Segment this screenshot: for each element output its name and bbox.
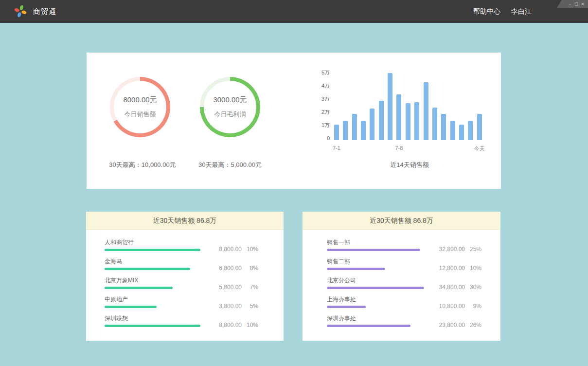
rank-row-value: 10,800.00 — [426, 303, 465, 310]
rank-row-label: 销售一部 — [327, 239, 420, 246]
rank-row-label: 北京分公司 — [327, 277, 424, 284]
rank-row-label: 深圳联想 — [105, 315, 200, 322]
help-center-link[interactable]: 帮助中心 — [473, 0, 500, 23]
chart-bar — [352, 114, 357, 140]
rank-card-body: 销售一部32,800.0025%销售二部12,800.0010%北京分公司34,… — [303, 230, 500, 330]
rank-row-values: 3,800.005% — [203, 303, 258, 310]
rank-row-main: 人和商贸行 — [105, 239, 200, 251]
rank-row-percent: 30% — [465, 284, 481, 291]
rank-row: 人和商贸行8,800.0010% — [86, 236, 284, 255]
chart-bar — [379, 101, 384, 140]
rank-card-customers: 近30天销售额 86.8万 人和商贸行8,800.0010%金海马6,800.0… — [86, 212, 284, 341]
rank-row-bar — [105, 287, 173, 289]
chart-caption: 近14天销售额 — [334, 161, 485, 169]
x-axis-label: 7-8 — [389, 145, 409, 151]
app-window: { "window": { "minimize_glyph": "—", "ma… — [0, 0, 588, 366]
today-sales-label: 今日销售额 — [125, 110, 156, 119]
rank-row: 销售一部32,800.0025% — [303, 236, 500, 255]
today-profit-value: 3000.00元 — [213, 95, 247, 105]
rank-row-bar — [327, 287, 424, 289]
rank-row-value: 3,800.00 — [203, 303, 242, 310]
rank-row-value: 23,800.00 — [426, 322, 465, 329]
rank-row-bar — [327, 268, 385, 270]
chart-bar — [406, 103, 410, 140]
logo-petal — [21, 10, 27, 15]
sales-bar-chart: 01万2万3万4万5万 7-17-8今天 近14天销售额 — [310, 53, 495, 189]
rank-row-percent: 10% — [242, 322, 258, 329]
rank-row-main: 上海办事处 — [327, 296, 366, 308]
rank-row: 上海办事处10,800.009% — [303, 293, 500, 311]
y-axis-tick: 1万 — [310, 122, 330, 128]
x-axis-label: 今天 — [470, 145, 489, 152]
today-sales-value: 8000.00元 — [123, 95, 157, 105]
chart-bar — [343, 121, 348, 141]
rank-row-label: 金海马 — [105, 258, 190, 265]
rank-card-header: 近30天销售额 86.8万 — [86, 212, 284, 230]
minimize-button[interactable]: — — [569, 1, 571, 6]
rank-row-bar — [105, 268, 190, 270]
rank-row: 北京万象MIX5,800.007% — [86, 274, 284, 293]
chart-bar — [450, 121, 455, 141]
donut-hole: 3000.00元 今日毛利润 — [204, 81, 256, 133]
rank-row-bar — [327, 325, 410, 327]
rank-row-label: 深圳办事处 — [327, 315, 410, 322]
donut-today-sales: 8000.00元 今日销售额 — [110, 77, 170, 137]
chart-bar — [414, 102, 419, 140]
rank-row-values: 34,800.0030% — [426, 284, 481, 291]
app-logo-icon — [14, 4, 27, 18]
rank-row-percent: 10% — [465, 265, 481, 272]
chart-bar — [424, 82, 428, 140]
rank-row: 深圳联想8,800.0010% — [86, 311, 284, 330]
rank-row-value: 5,800.00 — [203, 284, 242, 291]
logo-petal — [14, 8, 20, 13]
rank-row: 销售二部12,800.0010% — [303, 255, 500, 274]
rank-row-values: 23,800.0026% — [426, 322, 481, 329]
maximize-button[interactable]: □ — [575, 1, 578, 6]
rank-row-bar — [327, 249, 420, 251]
rank-row-value: 6,800.00 — [203, 265, 242, 272]
chart-bar — [361, 121, 366, 141]
rank-row-percent: 9% — [465, 303, 481, 310]
rank-row-percent: 10% — [242, 246, 258, 253]
rank-row-label: 中原地产 — [105, 296, 157, 303]
rank-row-main: 北京万象MIX — [105, 277, 173, 289]
rank-row-values: 8,800.0010% — [203, 246, 258, 253]
chart-bar — [370, 109, 374, 140]
rank-row-bar — [105, 325, 200, 327]
chart-bar — [334, 125, 339, 140]
rank-row-percent: 25% — [465, 246, 481, 253]
rank-row-values: 8,800.0010% — [203, 322, 258, 329]
donut-hole: 8000.00元 今日销售额 — [114, 81, 166, 133]
rank-row: 金海马6,800.008% — [86, 255, 284, 274]
rank-card-body: 人和商贸行8,800.0010%金海马6,800.008%北京万象MIX5,80… — [86, 230, 284, 330]
rank-row-main: 深圳联想 — [105, 315, 200, 327]
close-button[interactable]: ✕ — [581, 1, 584, 6]
rank-row-percent: 26% — [465, 322, 481, 329]
rank-row-main: 北京分公司 — [327, 277, 424, 289]
chart-bar — [459, 125, 464, 140]
rank-row-value: 12,800.00 — [426, 265, 465, 272]
rank-row-values: 10,800.009% — [426, 303, 481, 310]
y-axis-tick: 5万 — [310, 69, 330, 76]
chart-bar — [388, 73, 392, 140]
sales-30day-max-caption: 30天最高：10,000.00元 — [96, 161, 189, 169]
rank-row-percent: 5% — [242, 303, 258, 310]
rank-row-main: 中原地产 — [105, 296, 157, 308]
y-axis-tick: 2万 — [310, 109, 330, 115]
profit-30day-max-caption: 30天最高：5,000.00元 — [184, 161, 276, 169]
rank-row-bar — [327, 306, 366, 308]
username-link[interactable]: 李白江 — [511, 0, 532, 23]
rank-row-values: 6,800.008% — [203, 265, 258, 272]
y-axis-tick: 3万 — [310, 95, 330, 102]
rank-row: 中原地产3,800.005% — [86, 293, 284, 311]
logo-petal — [19, 5, 24, 11]
chart-bars — [334, 53, 485, 140]
rank-row-main: 销售一部 — [327, 239, 420, 251]
x-axis-label: 7-1 — [327, 145, 346, 151]
chart-bar — [441, 114, 446, 140]
chart-bar — [468, 121, 473, 141]
chart-bar — [396, 94, 401, 141]
rank-row-label: 上海办事处 — [327, 296, 366, 303]
rank-card-departments: 近30天销售额 86.8万 销售一部32,800.0025%销售二部12,800… — [303, 212, 500, 341]
rank-card-header: 近30天销售额 86.8万 — [303, 212, 500, 230]
